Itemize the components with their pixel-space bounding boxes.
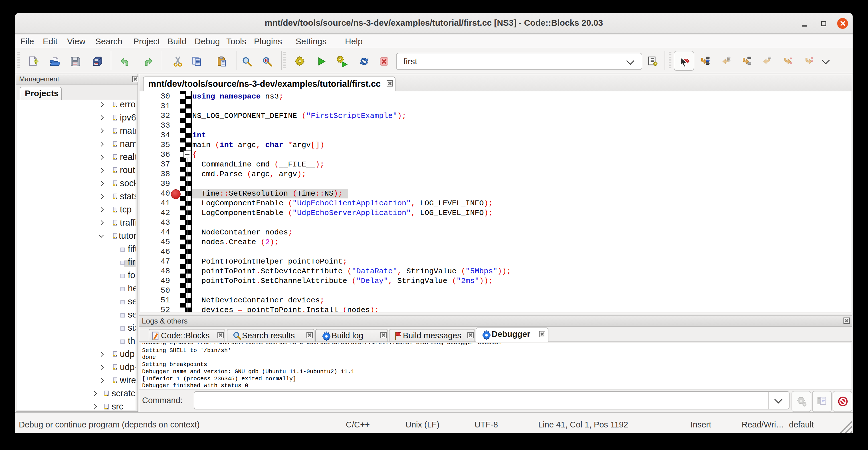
svg-text:R: R xyxy=(265,58,269,63)
